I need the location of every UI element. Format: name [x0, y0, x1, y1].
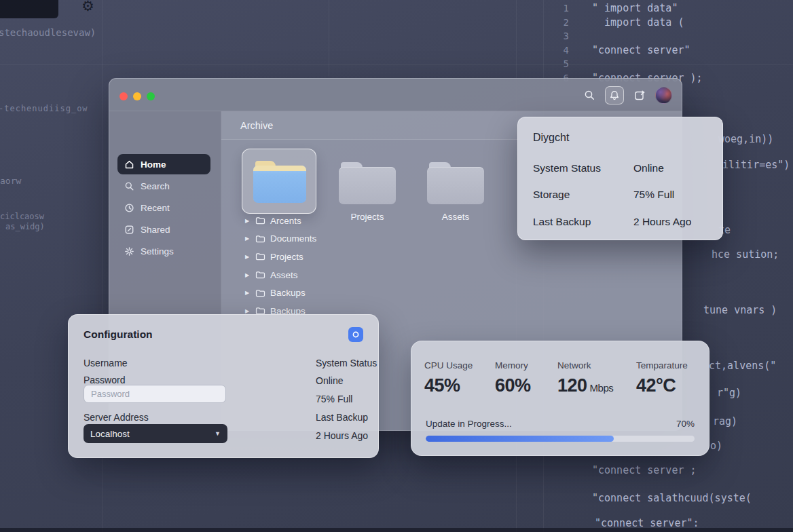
- metric-network: Network 120Mbps: [557, 360, 613, 396]
- minimize-button[interactable]: [133, 92, 141, 100]
- tree-item[interactable]: ▶ Backups: [245, 284, 394, 302]
- line-number: 4: [551, 43, 569, 58]
- folder-label: Assets: [419, 212, 492, 222]
- popover-title: Diygcht: [533, 132, 569, 144]
- chevron-down-icon: ▼: [215, 430, 221, 437]
- chevron-right-icon[interactable]: ▶: [245, 272, 251, 278]
- sidebar-item-settings[interactable]: Settings: [117, 241, 210, 261]
- tree-item-label: Arcents: [270, 216, 301, 226]
- status-row-label: Storage: [533, 189, 570, 201]
- sidebar-item-search[interactable]: Search: [117, 176, 210, 196]
- code-fragment: "connect server ;: [592, 464, 697, 476]
- code-text: import data (: [592, 16, 684, 30]
- server-dropdown-value: Localhost: [90, 429, 130, 439]
- code-fragment: "connect server":: [595, 517, 699, 529]
- sidebar-item-label: Settings: [141, 246, 174, 256]
- code-fragment: -techenudiisg_ow: [0, 104, 88, 113]
- folder-icon-projects[interactable]: [339, 162, 396, 204]
- chevron-right-icon[interactable]: ▶: [245, 218, 251, 224]
- power-icon[interactable]: [348, 327, 363, 342]
- server-dropdown[interactable]: Localhost ▼: [84, 424, 227, 443]
- line-number: 1: [551, 1, 569, 16]
- breadcrumb: Archive: [240, 120, 273, 131]
- chevron-right-icon[interactable]: ▶: [245, 235, 251, 242]
- status-popover: Diygcht System Status Online Storage 75%…: [517, 117, 723, 240]
- chevron-right-icon[interactable]: ▶: [245, 254, 251, 260]
- shared-icon: [124, 225, 134, 235]
- compose-icon[interactable]: [631, 87, 648, 103]
- notifications-button[interactable]: [605, 86, 624, 104]
- folder-icon: [255, 289, 265, 297]
- tree-item[interactable]: ▶ Arcents: [245, 212, 394, 230]
- sidebar-item-label: Shared: [141, 225, 170, 235]
- sidebar-item-recent[interactable]: Recent: [117, 197, 210, 218]
- code-fragment: tune vnars ): [703, 304, 777, 316]
- metric-unit: Mbps: [590, 382, 614, 394]
- sidebar-item-shared[interactable]: Shared: [117, 219, 210, 240]
- progress-fill: [426, 436, 614, 442]
- zoom-button[interactable]: [147, 92, 155, 100]
- status-row-label: System Status: [533, 162, 601, 174]
- folder-tile-selected[interactable]: [242, 149, 316, 214]
- window-toolbar: [109, 79, 682, 111]
- tree-item-label: Backups: [270, 288, 306, 298]
- code-fragment: r"g): [717, 387, 741, 399]
- code-line: 1" import data": [551, 1, 703, 16]
- folder-icon-blue: [253, 161, 306, 203]
- home-icon: [124, 159, 134, 170]
- panel-title: Configuration: [84, 328, 153, 341]
- tree-item-label: Projects: [270, 252, 303, 262]
- tree-item[interactable]: ▶ Documents: [245, 230, 394, 248]
- password-field[interactable]: [84, 385, 226, 403]
- configuration-panel: Configuration Username Password Server A…: [68, 314, 379, 458]
- server-address-label: Server Address: [84, 412, 149, 423]
- folder-icon: [255, 216, 265, 225]
- code-fragment: hce sution;: [712, 248, 779, 261]
- folder-icon: [255, 271, 265, 279]
- code-editor-snippet: 1" import data" 2 import data ( 3 4"conn…: [551, 1, 703, 85]
- metric-value: 120: [557, 375, 587, 396]
- code-line: 2 import data (: [551, 16, 703, 30]
- metric-label: Network: [557, 360, 613, 370]
- config-status-line: Online: [316, 375, 343, 386]
- code-text: " import data": [592, 1, 678, 16]
- progress-percent: 70%: [676, 419, 695, 429]
- chevron-right-icon[interactable]: ▶: [245, 308, 251, 314]
- sidebar-item-home[interactable]: Home: [117, 154, 210, 174]
- folder-tree: ▶ Arcents ▶ Documents ▶ Projects ▶ Asset…: [245, 212, 394, 320]
- config-status-line: System Status: [316, 358, 377, 368]
- search-icon[interactable]: [581, 87, 597, 103]
- search-icon: [124, 181, 134, 191]
- tree-item[interactable]: ▶ Assets: [245, 266, 394, 284]
- folder-icon-assets[interactable]: [427, 162, 484, 204]
- tree-item[interactable]: ▶ Projects: [245, 248, 394, 266]
- code-fragment: aorw: [0, 176, 21, 186]
- code-line: 5: [551, 57, 703, 71]
- bg-dark-block: [0, 0, 58, 18]
- code-fragment: "connect salathcuud(syste(: [592, 492, 752, 504]
- sidebar-item-label: Search: [141, 181, 170, 191]
- gear-icon: [124, 246, 134, 256]
- sidebar-item-label: Recent: [141, 203, 170, 213]
- code-fragment: woeg,in)): [718, 133, 773, 145]
- line-number: 2: [551, 16, 569, 30]
- progress-label: Update in Progress...: [426, 419, 512, 429]
- system-stats-panel: CPU Usage 45% Memory 60% Network 120Mbps…: [411, 341, 709, 456]
- code-fragment: ciclcaosw: [0, 212, 44, 221]
- close-button[interactable]: [119, 92, 128, 100]
- avatar[interactable]: [655, 87, 672, 104]
- status-row-value: 75% Full: [633, 189, 674, 201]
- line-number: 5: [551, 57, 569, 71]
- progress-bar: [426, 436, 695, 442]
- folder-icon: [255, 235, 265, 243]
- metric-label: Temparature: [636, 360, 688, 370]
- bg-gear-icon: ⚙: [81, 0, 94, 14]
- metric-memory: Memory 60%: [495, 360, 534, 396]
- chevron-right-icon[interactable]: ▶: [245, 290, 251, 296]
- code-fragment: as_widg): [5, 222, 45, 231]
- bell-icon: [610, 90, 619, 100]
- config-status-line: Last Backup: [316, 412, 368, 423]
- status-row-value: Online: [633, 162, 664, 174]
- code-line: 4"connect server": [551, 43, 703, 58]
- tree-item-label: Documents: [270, 233, 316, 244]
